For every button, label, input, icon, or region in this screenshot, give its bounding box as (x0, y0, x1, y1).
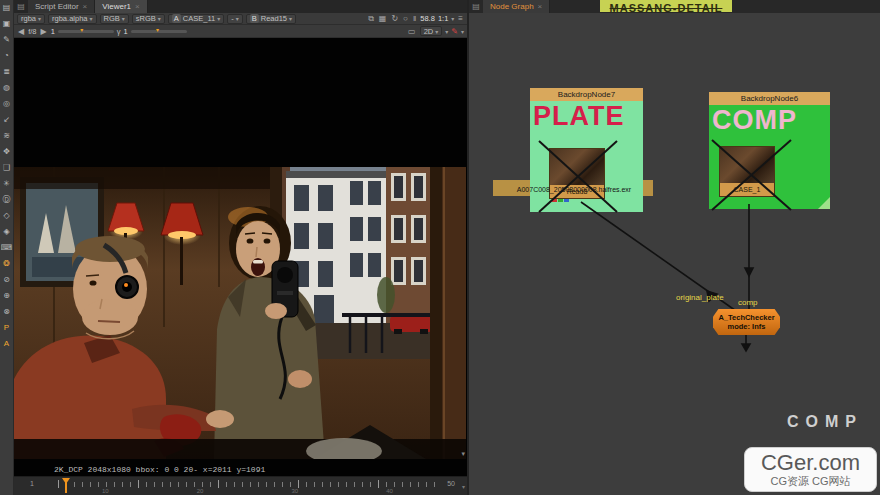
tab-label: Viewer1 (102, 2, 131, 11)
sapphire-icon[interactable]: ⊕ (1, 290, 13, 301)
backdrop-header[interactable]: BackdropNode6 (709, 92, 830, 105)
input-b-tag: B (250, 14, 259, 23)
backdrop-title: PLATE (530, 101, 643, 131)
pane-menu-icon[interactable]: ▤ (14, 0, 28, 13)
node-name: A_TechChecker (718, 313, 774, 322)
chevron-down-icon: ▾ (435, 28, 438, 35)
transform-icon[interactable]: ✥ (1, 146, 13, 157)
distant-backdrop-label: COMP (787, 413, 863, 431)
viewer-corner-arrow-icon[interactable]: ▾ (461, 450, 465, 458)
proxy-icon[interactable]: ▦ (378, 14, 388, 23)
playhead[interactable] (62, 478, 72, 494)
chevron-down-icon: ▾ (158, 15, 161, 22)
nuke-application: ▤▣✎◔≣◍◎↙≋✥❑✳Ⓓ◇◈⌨❂⊘⊕⊗PA ▤ Script Editor ×… (0, 0, 880, 495)
read-node-case1[interactable]: CASE_1 (719, 146, 775, 197)
node-name: CASE_1 (720, 183, 774, 196)
backdrop-banner-partial[interactable]: MASSANG-DETAIL (600, 0, 732, 12)
close-icon[interactable]: × (135, 2, 140, 11)
chevron-down-icon[interactable]: ▾ (461, 28, 464, 35)
close-icon[interactable]: × (83, 2, 88, 11)
timeline-menu-icon[interactable]: ▾ (462, 483, 465, 490)
gain-fstop-label: f/8 (28, 27, 36, 36)
ab-blend-select[interactable]: - ▾ (227, 14, 243, 24)
menu-icon[interactable]: ≡ (457, 14, 464, 23)
node-mode: mode: Infs (728, 322, 766, 331)
input-a-select[interactable]: A CASE_11 ▾ (168, 14, 224, 24)
chevron-down-icon: ▾ (122, 15, 125, 22)
gain-slider[interactable]: ▾ (58, 30, 114, 33)
cryptomatte-icon[interactable]: ⊗ (1, 306, 13, 317)
timeline-tick-labels: 10 20 30 40 (58, 488, 437, 494)
merge-icon[interactable]: ≋ (1, 130, 13, 141)
node-thumbnail (550, 149, 604, 185)
annotation-pen-icon[interactable]: ✎ (451, 27, 458, 36)
watermark-brand: CGer.com (761, 451, 860, 475)
display-channels-select[interactable]: RGB ▾ (100, 14, 129, 24)
3d-icon[interactable]: ❑ (1, 162, 13, 173)
layout-pane-icon[interactable]: ▤ (1, 2, 13, 13)
pane-menu-icon[interactable]: ▤ (469, 0, 483, 13)
node-toolbar: ▤▣✎◔≣◍◎↙≋✥❑✳Ⓓ◇◈⌨❂⊘⊕⊗PA (0, 0, 14, 495)
keyer-icon[interactable]: ↙ (1, 114, 13, 125)
toolsets-icon[interactable]: ⌨ (1, 242, 13, 253)
views-icon[interactable]: ◇ (1, 210, 13, 221)
zoom-level[interactable]: 1:1 (438, 14, 448, 23)
roi-icon[interactable]: ▭ (407, 27, 417, 36)
image-icon[interactable]: ▣ (1, 18, 13, 29)
time-icon[interactable]: ◔ (1, 50, 13, 61)
particles-icon[interactable]: ✳ (1, 178, 13, 189)
view-mode-select[interactable]: 2D ▾ (420, 26, 443, 36)
chevron-down-icon[interactable]: ▾ (451, 15, 454, 22)
chevron-down-icon[interactable]: ▾ (445, 28, 448, 35)
channel-icon[interactable]: ≣ (1, 66, 13, 77)
watermark: CGer.com CG资源 CG网站 (744, 447, 877, 492)
color-icon[interactable]: ◍ (1, 82, 13, 93)
gamma-label: γ (117, 27, 121, 36)
tab-label: Script Editor (35, 2, 79, 11)
layer-select[interactable]: rgba ▾ (17, 14, 45, 24)
chevron-down-icon: ▾ (289, 15, 292, 22)
backdrop-header[interactable]: BackdropNode7 (530, 88, 643, 101)
tab-script-editor[interactable]: Script Editor × (28, 0, 95, 13)
plugin-p-icon[interactable]: P (1, 322, 13, 333)
input-a-tag: A (172, 14, 181, 23)
colorspace-select[interactable]: sRGB ▾ (132, 14, 165, 24)
tab-node-graph[interactable]: Node Graph × (483, 0, 550, 13)
draw-icon[interactable]: ✎ (1, 34, 13, 45)
gamma-slider[interactable]: ▾ (131, 30, 187, 33)
metadata-icon[interactable]: ◈ (1, 226, 13, 237)
input-b-select[interactable]: B Read15 ▾ (246, 14, 296, 24)
pause-circle-icon[interactable]: ○ (402, 14, 409, 23)
timeline[interactable]: 1 10 20 30 40 50 ▾ (14, 476, 467, 495)
node-thumbnail (720, 147, 774, 183)
flipbook-icon[interactable]: ⧉ (367, 14, 375, 24)
viewer-tabbar: ▤ Script Editor × Viewer1 × (14, 0, 467, 13)
alpha-channel-select[interactable]: rgba.alpha ▾ (48, 14, 96, 24)
viewer-status-readout: 2K_DCP 2048x1080 bbox: 0 0 20- x=2011 y=… (54, 465, 265, 474)
slider-handle[interactable]: ▾ (80, 26, 83, 33)
plugin-a-icon[interactable]: A (1, 338, 13, 349)
close-icon[interactable]: × (538, 2, 543, 11)
chevron-down-icon: ▾ (38, 15, 41, 22)
gain-step-right-icon[interactable]: ▶ (40, 27, 48, 36)
chevron-down-icon: ▾ (236, 15, 239, 22)
backdrop-resize-handle[interactable] (818, 197, 830, 209)
filter-icon[interactable]: ◎ (1, 98, 13, 109)
deep-icon[interactable]: Ⓓ (1, 194, 13, 205)
timeline-major-ticks (58, 480, 437, 488)
input-label-comp: comp (738, 298, 758, 307)
techchecker-node[interactable]: A_TechChecker mode: Infs (713, 309, 780, 335)
gain-step-left-icon[interactable]: ◀ (17, 27, 25, 36)
node-graph-panel[interactable]: ▤ Node Graph × MASSANG-DETAIL BackdropNo… (467, 0, 880, 495)
viewer-canvas[interactable]: 2K_DCP 2048x1080 bbox: 0 0 20- x=2011 y=… (14, 38, 467, 476)
furnace-icon[interactable]: ❂ (1, 258, 13, 269)
tab-viewer1[interactable]: Viewer1 × (95, 0, 147, 13)
ocula-icon[interactable]: ⊘ (1, 274, 13, 285)
viewer-panel: ▤ Script Editor × Viewer1 × rgba ▾ rgba.… (14, 0, 467, 476)
gain-value[interactable]: 1 (51, 27, 55, 36)
gamma-value[interactable]: 1 (124, 27, 128, 36)
tick-label: 40 (386, 488, 393, 494)
slider-handle[interactable]: ▾ (156, 26, 159, 33)
pause-icon[interactable]: ‖ (412, 14, 417, 23)
update-icon[interactable]: ↻ (390, 14, 399, 23)
